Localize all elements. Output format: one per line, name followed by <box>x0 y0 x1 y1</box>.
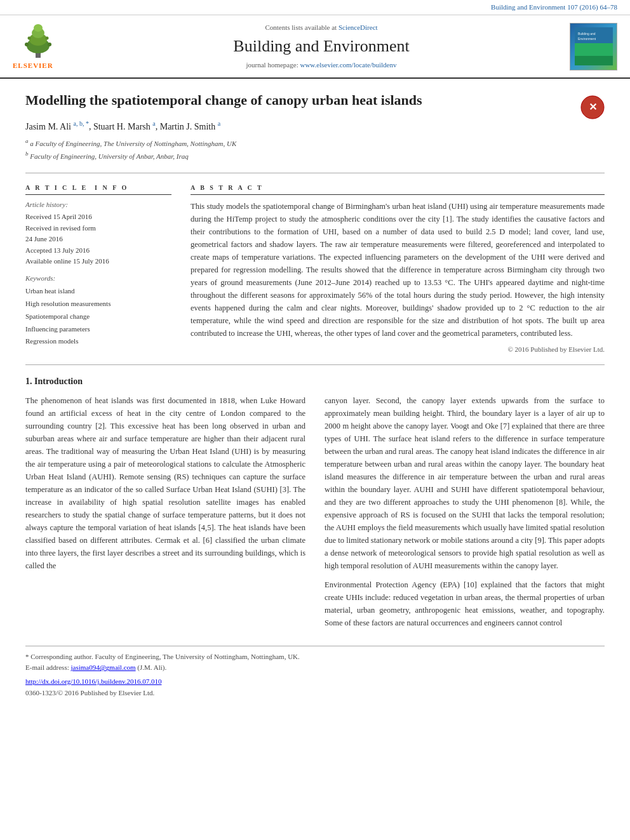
contents-available-line: Contents lists available at ScienceDirec… <box>83 23 560 32</box>
section1-heading: 1. Introduction <box>25 375 605 388</box>
copyright-line: © 2016 Published by Elsevier Ltd. <box>191 345 605 354</box>
section1-content: The phenomenon of heat islands was first… <box>25 394 605 636</box>
accepted-date: Accepted 13 July 2016 <box>25 245 171 257</box>
footnote-area: * Corresponding author. Faculty of Engin… <box>25 646 605 698</box>
crossmark-icon: ✕ <box>580 95 605 119</box>
affiliation-b: b Faculty of Engineering, University of … <box>25 149 605 162</box>
doi-line: http://dx.doi.org/10.1016/j.buildenv.201… <box>25 676 605 688</box>
author-affil-sup: a, b, * <box>73 120 88 127</box>
sciencedirect-link[interactable]: ScienceDirect <box>338 23 378 31</box>
svg-point-5 <box>25 43 29 46</box>
journal-cover-image: Building and Environment <box>570 23 617 70</box>
received-revised-date: Received in revised form <box>25 223 171 234</box>
paper-body: Modelling the spatiotemporal change of c… <box>0 79 630 711</box>
journal-header: ELSEVIER Contents lists available at Sci… <box>0 15 630 78</box>
contents-text: Contents lists available at <box>265 23 337 31</box>
paper-title: Modelling the spatiotemporal change of c… <box>25 91 422 110</box>
svg-text:Environment: Environment <box>578 37 596 41</box>
available-date: Available online 15 July 2016 <box>25 256 171 267</box>
article-info-label: A R T I C L E I N F O <box>25 183 171 195</box>
affiliation-a: a a Faculty of Engineering, The Universi… <box>25 137 605 149</box>
abstract-label: A B S T R A C T <box>191 183 605 195</box>
affiliations: a a Faculty of Engineering, The Universi… <box>25 137 605 163</box>
journal-cover-logo: Building and Environment <box>560 23 617 70</box>
svg-point-8 <box>46 37 49 40</box>
svg-text:✕: ✕ <box>589 102 597 112</box>
section1-title: Introduction <box>34 377 83 386</box>
homepage-line: journal homepage: www.elsevier.com/locat… <box>83 60 560 70</box>
homepage-url[interactable]: www.elsevier.com/locate/buildenv <box>300 61 396 69</box>
doi-link[interactable]: http://dx.doi.org/10.1016/j.buildenv.201… <box>25 677 162 685</box>
journal-title: Building and Environment <box>83 35 560 58</box>
abstract-text: This study models the spatiotemporal cha… <box>191 200 605 340</box>
keyword-1: Urban heat island <box>25 285 171 298</box>
keywords-label: Keywords: <box>25 274 171 283</box>
journal-title-block: Contents lists available at ScienceDirec… <box>83 23 560 70</box>
crossmark-logo: ✕ <box>580 95 605 119</box>
section1-number: 1. <box>25 377 32 386</box>
section1-col1: The phenomenon of heat islands was first… <box>25 394 305 636</box>
footnote-email: E-mail address: jasima094@gmail.com (J.M… <box>25 662 605 674</box>
received-date: Received 15 April 2016 <box>25 211 171 223</box>
journal-cover-thumbnail: Building and Environment <box>575 27 613 65</box>
footnote-corresponding: * Corresponding author. Faculty of Engin… <box>25 651 605 663</box>
svg-point-6 <box>48 43 51 46</box>
elsevier-brand-text: ELSEVIER <box>13 61 53 70</box>
elsevier-tree-icon <box>13 22 64 60</box>
elsevier-logo: ELSEVIER <box>13 22 83 70</box>
divider-1 <box>25 173 605 173</box>
article-history-title: Article history: <box>25 200 171 210</box>
section1-col2: canyon layer. Second, the canopy layer e… <box>325 394 605 636</box>
svg-point-7 <box>28 37 31 40</box>
section1-col1-para1: The phenomenon of heat islands was first… <box>25 394 305 572</box>
keywords-list: Urban heat island High resolution measur… <box>25 285 171 348</box>
homepage-text: journal homepage: <box>246 61 298 69</box>
keyword-3: Spatiotemporal change <box>25 310 171 323</box>
svg-rect-12 <box>575 56 613 65</box>
email-link[interactable]: jasima094@gmail.com <box>70 663 135 671</box>
author-affil-sup3: a <box>218 120 220 127</box>
keyword-4: Influencing parameters <box>25 323 171 336</box>
authors-line: Jasim M. Ali a, b, *, Stuart H. Marsh a,… <box>25 119 605 133</box>
title-row: Modelling the spatiotemporal change of c… <box>25 91 605 119</box>
svg-rect-11 <box>575 43 613 56</box>
article-info-col: A R T I C L E I N F O Article history: R… <box>25 183 171 355</box>
svg-text:Building and: Building and <box>578 32 596 36</box>
journal-ref-text: Building and Environment 107 (2016) 64–7… <box>491 3 617 11</box>
divider-2 <box>25 364 605 365</box>
journal-reference: Building and Environment 107 (2016) 64–7… <box>0 0 630 15</box>
revised-date-2: 24 June 2016 <box>25 234 171 245</box>
section1-col2-para1: canyon layer. Second, the canopy layer e… <box>325 394 605 572</box>
keyword-2: High resolution measurements <box>25 298 171 310</box>
section1-col2-para2: Environmental Protection Agency (EPA) [1… <box>325 578 605 629</box>
article-info-abstract-cols: A R T I C L E I N F O Article history: R… <box>25 183 605 355</box>
author-affil-sup2: a <box>152 120 155 127</box>
issn-line: 0360-1323/© 2016 Published by Elsevier L… <box>25 688 605 699</box>
svg-point-4 <box>34 24 43 32</box>
abstract-col: A B S T R A C T This study models the sp… <box>191 183 605 355</box>
keywords-block: Keywords: Urban heat island High resolut… <box>25 274 171 348</box>
article-dates: Received 15 April 2016 Received in revis… <box>25 211 171 267</box>
article-history-block: Article history: Received 15 April 2016 … <box>25 200 171 267</box>
keyword-5: Regression models <box>25 335 171 348</box>
